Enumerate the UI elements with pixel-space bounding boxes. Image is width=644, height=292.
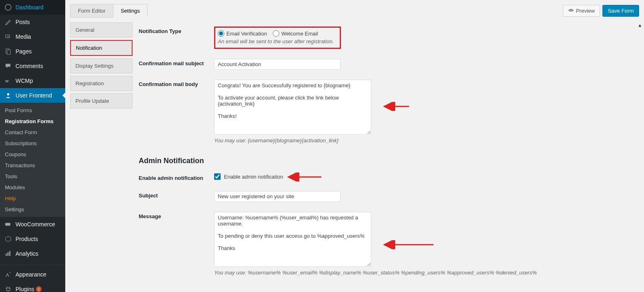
menu-woocommerce[interactable]: WooCommerce [0, 217, 65, 232]
submenu-modules[interactable]: Modules [0, 182, 65, 193]
radio-label: Welcome Email [281, 31, 318, 37]
menu-media[interactable]: Media [0, 29, 65, 44]
admin-notification-heading: Admin Notification [139, 157, 636, 165]
radio-email-verification[interactable]: Email Verification [218, 30, 267, 37]
products-icon [4, 235, 12, 243]
side-tab-registration[interactable]: Registration [70, 76, 133, 91]
radio-email-verification-input[interactable] [218, 30, 224, 37]
submenu-settings[interactable]: Settings [0, 204, 65, 215]
notification-type-label: Notification Type [139, 27, 214, 34]
menu-label: Dashboard [15, 4, 44, 11]
analytics-icon [4, 250, 12, 258]
submenu-help[interactable]: Help [0, 193, 65, 204]
side-tab-profile-update[interactable]: Profile Update [70, 93, 133, 108]
notification-type-hint: An email will be sent to the user after … [218, 38, 334, 44]
menu-separator [0, 263, 65, 265]
menu-label: Analytics [15, 250, 38, 257]
menu-label: WCMp [15, 77, 33, 84]
confirm-body-label: Confirmation mail body [139, 80, 214, 87]
menu-label: Appearance [15, 271, 46, 278]
menu-label: Products [15, 236, 38, 242]
submenu-coupons[interactable]: Coupons [0, 149, 65, 160]
svg-text:W: W [5, 79, 9, 83]
radio-welcome-email[interactable]: Welcome Email [273, 30, 318, 37]
radio-welcome-email-input[interactable] [273, 30, 279, 37]
message-textarea[interactable] [214, 212, 371, 267]
submenu-contact-form[interactable]: Contact Form [0, 127, 65, 138]
menu-plugins[interactable]: Plugins1 [0, 282, 65, 292]
menu-posts[interactable]: Posts [0, 15, 65, 29]
menu-label: Plugins [15, 286, 34, 292]
confirm-subject-label: Confirmation mail subject [139, 59, 214, 66]
settings-side-tabs: General Notification Display Settings Re… [70, 22, 133, 281]
preview-button[interactable]: Preview [563, 5, 600, 17]
annotation-arrow-icon [381, 102, 410, 111]
save-form-button[interactable]: Save Form [602, 5, 639, 17]
posts-icon [4, 18, 12, 26]
svg-rect-6 [5, 223, 11, 226]
submenu: Post Forms Registration Forms Contact Fo… [0, 103, 65, 217]
svg-rect-3 [7, 50, 10, 54]
eye-icon [568, 7, 574, 14]
submenu-tools[interactable]: Tools [0, 171, 65, 182]
media-icon [4, 33, 12, 41]
notification-type-highlight: Email Verification Welcome Email An emai… [214, 27, 341, 49]
plugins-badge: 1 [36, 286, 42, 292]
enable-admin-checkbox[interactable] [214, 173, 221, 180]
side-tab-display-settings[interactable]: Display Settings [70, 58, 133, 73]
side-tab-notification[interactable]: Notification [70, 40, 133, 56]
radio-label: Email Verification [226, 31, 267, 37]
menu-products[interactable]: Products [0, 232, 65, 246]
submenu-subscriptions[interactable]: Subscriptions [0, 138, 65, 149]
svg-rect-8 [7, 252, 9, 256]
tab-form-editor[interactable]: Form Editor [70, 4, 113, 18]
menu-pages[interactable]: Pages [0, 44, 65, 59]
subject-label: Subject [139, 191, 214, 199]
preview-label: Preview [576, 8, 595, 14]
confirm-body-hint: You may use: {username}{blogname}{activa… [214, 137, 581, 144]
menu-label: Pages [15, 48, 32, 55]
submenu-registration-forms[interactable]: Registration Forms [0, 116, 65, 127]
tab-settings[interactable]: Settings [113, 4, 148, 18]
form-area: Notification Type Email Verification Wel… [139, 22, 639, 281]
svg-point-5 [7, 93, 9, 95]
comments-icon [4, 62, 12, 70]
menu-wcmp[interactable]: WWCMp [0, 73, 65, 88]
user-frontend-icon [4, 91, 12, 100]
message-hint: You may use: %username% %user_email% %di… [214, 270, 581, 276]
checkbox-text: Enable admin notification [224, 174, 283, 180]
menu-label: Media [15, 33, 31, 40]
top-tabs: Form Editor Settings Preview Save Form [65, 0, 644, 18]
wcmp-icon: W [4, 77, 12, 85]
menu-label: Comments [15, 63, 43, 69]
menu-analytics[interactable]: Analytics [0, 246, 65, 261]
content-panel: Form Editor Settings Preview Save Form ▲… [65, 0, 644, 292]
woocommerce-icon [4, 220, 12, 228]
subject-input[interactable] [214, 191, 341, 202]
submenu-transactions[interactable]: Transactions [0, 160, 65, 171]
pages-icon [4, 47, 12, 55]
dashboard-icon [4, 3, 12, 11]
admin-sidebar: Dashboard Posts Media Pages Comments WWC… [0, 0, 65, 292]
plugins-icon [4, 285, 12, 292]
menu-label: User Frontend [15, 92, 52, 99]
confirm-subject-input[interactable] [214, 59, 341, 70]
menu-comments[interactable]: Comments [0, 59, 65, 73]
menu-label: Posts [15, 19, 30, 25]
enable-admin-label: Enable admin notification [139, 173, 214, 181]
svg-rect-9 [9, 251, 11, 256]
enable-admin-checkbox-label[interactable]: Enable admin notification [214, 173, 581, 180]
side-tab-general[interactable]: General [70, 22, 133, 38]
annotation-arrow-icon [381, 240, 434, 249]
menu-appearance[interactable]: Appearance [0, 267, 65, 282]
menu-dashboard[interactable]: Dashboard [0, 0, 65, 15]
menu-label: WooCommerce [15, 221, 55, 228]
submenu-post-forms[interactable]: Post Forms [0, 105, 65, 116]
svg-point-11 [570, 9, 572, 11]
svg-rect-7 [6, 254, 7, 256]
menu-user-frontend[interactable]: User Frontend [0, 88, 65, 103]
message-label: Message [139, 212, 214, 219]
appearance-icon [4, 270, 12, 279]
confirm-body-textarea[interactable] [214, 80, 371, 135]
